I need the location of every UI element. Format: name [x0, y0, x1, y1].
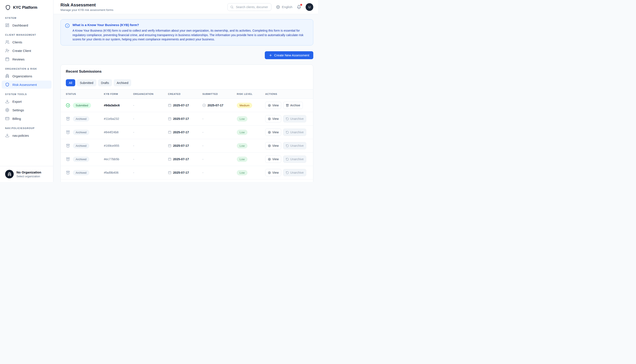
kyb-form-id: #ec77bb5b: [104, 158, 133, 161]
kyb-info-text: What is a Know Your Business (KYB) form?…: [73, 23, 309, 42]
table-row: Archived #fad9b406 - 2025-07-17 - Low: [61, 166, 313, 180]
nav-section-organization-risk: ORGANIZATION & RISK Organizations Risk A…: [2, 64, 52, 89]
column-header-actions: ACTIONS: [265, 93, 308, 95]
sidebar-item-dashboard[interactable]: Dashboard: [2, 21, 52, 29]
archive-icon: [66, 170, 70, 175]
sidebar-item-label: Clients: [13, 40, 22, 44]
unarchive-button-label: Unarchive: [290, 171, 304, 174]
view-button[interactable]: View: [265, 128, 281, 136]
created-date: 2025-07-17: [173, 158, 189, 161]
create-new-assessment-button[interactable]: Create New Assessment: [265, 51, 313, 59]
gear-icon: [5, 108, 10, 112]
sidebar-item-policies[interactable]: nav.policies: [2, 131, 52, 140]
calendar-icon: [168, 144, 171, 148]
app-logo: KYC Platform: [0, 0, 53, 12]
sidebar-item-label: Organizations: [13, 74, 32, 78]
actions-cell: View Unarchive: [265, 115, 308, 122]
tab-drafts[interactable]: Drafts: [98, 79, 112, 86]
archive-icon: [286, 104, 289, 107]
submitted-cell: -: [202, 144, 237, 148]
app-title: KYC Platform: [13, 5, 38, 10]
nav-section-system-tools: SYSTEM TOOLS Export Settings Billing: [2, 89, 52, 122]
table-row: Archived #169ce955 - 2025-07-17 - Low: [61, 139, 313, 152]
page-heading: Risk Assessment Manage your KYB risk ass…: [61, 2, 114, 12]
search-icon: [230, 5, 234, 9]
language-selector[interactable]: English: [276, 5, 292, 9]
view-button-label: View: [272, 171, 279, 174]
tab-submitted[interactable]: Submitted: [77, 79, 96, 86]
organization-cell: -: [133, 144, 168, 148]
created-date: 2025-07-17: [173, 117, 189, 120]
submitted-date: 2025-07-17: [208, 104, 223, 107]
submitted-cell: 2025-07-17: [202, 104, 237, 107]
eye-icon: [268, 131, 271, 134]
undo-icon: [286, 171, 289, 174]
calendar-icon: [168, 104, 171, 107]
organization-name: No Organization: [17, 170, 41, 174]
building-icon: [8, 172, 12, 176]
view-button[interactable]: View: [265, 115, 281, 122]
unarchive-button[interactable]: Unarchive: [283, 128, 306, 136]
view-button[interactable]: View: [265, 169, 281, 176]
app-window: KYC Platform SYSTEM Dashboard CLIENT MAN…: [0, 0, 318, 182]
sidebar-item-label: Risk Assessment: [13, 83, 37, 86]
create-row: Create New Assessment: [61, 51, 313, 59]
tab-all[interactable]: All: [66, 79, 75, 86]
kyb-form-id: #844f24b8: [104, 130, 133, 134]
column-header-created: CREATED: [168, 93, 202, 95]
view-button[interactable]: View: [265, 142, 281, 149]
eye-icon: [268, 104, 271, 107]
nav-section-label: SYSTEM TOOLS: [2, 89, 52, 98]
nav-section-label: SYSTEM: [2, 13, 52, 21]
table-row: Archived #844f24b8 - 2025-07-17 - Low: [61, 126, 313, 139]
status-cell: Archived: [66, 143, 104, 148]
sidebar-item-clients[interactable]: Clients: [2, 38, 52, 46]
column-header-risk-level: RISK LEVEL: [237, 93, 265, 95]
kyb-info-banner: What is a Know Your Business (KYB) form?…: [61, 19, 313, 46]
unarchive-button[interactable]: Unarchive: [283, 142, 306, 149]
submitted-cell: -: [202, 130, 237, 134]
unarchive-button[interactable]: Unarchive: [283, 169, 306, 176]
actions-cell: View Unarchive: [265, 169, 308, 176]
sidebar-item-create-client[interactable]: Create Client: [2, 46, 52, 55]
notifications-button[interactable]: [297, 5, 301, 9]
undo-icon: [286, 158, 289, 161]
tab-archived[interactable]: Archived: [114, 79, 131, 86]
sidebar-item-risk-assessment[interactable]: Risk Assessment: [2, 80, 52, 89]
view-button-label: View: [272, 117, 279, 120]
sidebar-item-settings[interactable]: Settings: [2, 106, 52, 114]
sidebar-item-organizations[interactable]: Organizations: [2, 72, 52, 80]
sidebar-item-billing[interactable]: Billing: [2, 114, 52, 122]
sidebar-item-export[interactable]: Export: [2, 98, 52, 106]
archive-button-label: Archive: [290, 104, 300, 107]
sidebar-item-label: Create Client: [13, 49, 31, 52]
page-content: What is a Know Your Business (KYB) form?…: [54, 14, 318, 182]
view-button[interactable]: View: [265, 156, 281, 163]
archive-button[interactable]: Archive: [283, 102, 303, 109]
eye-icon: [268, 144, 271, 148]
card-title: Recent Submissions: [61, 65, 313, 74]
user-avatar[interactable]: U: [306, 3, 313, 11]
sidebar-item-label: Settings: [13, 108, 24, 112]
archive-icon: [66, 144, 70, 148]
shield-icon: [5, 5, 11, 10]
sidebar-item-label: Reviews: [13, 58, 25, 61]
status-badge: Archived: [73, 156, 89, 162]
users-icon: [5, 40, 10, 44]
search-input[interactable]: [236, 5, 269, 9]
risk-level-badge: Low: [237, 116, 248, 122]
download-icon: [5, 99, 10, 104]
unarchive-button[interactable]: Unarchive: [283, 156, 306, 163]
submitted-cell: -: [202, 158, 237, 161]
view-button[interactable]: View: [265, 102, 281, 109]
created-cell: 2025-07-17: [168, 130, 202, 134]
status-badge: Submitted: [73, 103, 91, 108]
check-circle-icon: [202, 104, 206, 107]
column-header-organization: ORGANIZATION: [133, 93, 168, 95]
status-cell: Archived: [66, 116, 104, 122]
unarchive-button-label: Unarchive: [290, 144, 304, 148]
sidebar-item-reviews[interactable]: Reviews: [2, 55, 52, 63]
organization-selector[interactable]: No Organization Select organization: [0, 166, 53, 182]
building-icon: [5, 74, 10, 78]
unarchive-button[interactable]: Unarchive: [283, 115, 306, 122]
